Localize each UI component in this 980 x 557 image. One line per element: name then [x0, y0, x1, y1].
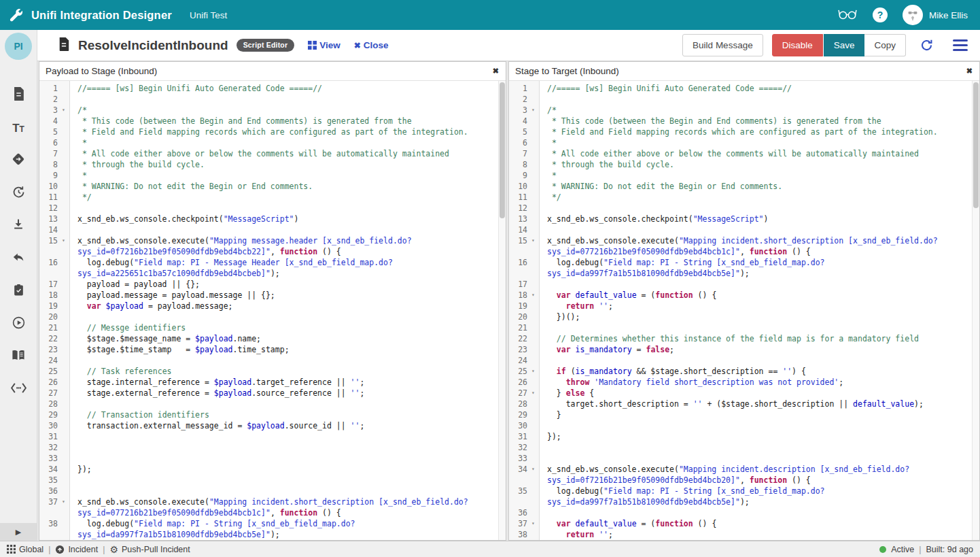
gutter-cell: 20 — [509, 311, 539, 322]
status-bar: Global | Incident | ⚙ Push-Pull Incident… — [0, 541, 980, 557]
fold-toggle-icon — [527, 257, 539, 268]
code-text — [69, 355, 506, 366]
fold-toggle-icon — [527, 475, 539, 486]
fold-toggle-icon — [527, 246, 539, 257]
code-text: * through the build cycle. — [69, 159, 506, 170]
fold-toggle-icon[interactable]: ▾ — [527, 366, 539, 377]
gutter-cell — [509, 475, 539, 486]
code-text: sys_id=077216b21be9f05090dfdb9ebd4bcb1c]… — [69, 507, 506, 518]
sidebar-item-directions[interactable] — [0, 144, 37, 177]
gutter-cell — [509, 496, 539, 507]
workspace-avatar[interactable]: PI — [5, 33, 32, 60]
fold-toggle-icon — [58, 388, 69, 399]
code-row: 37▾x_snd_eb.ws_console.execute("Mapping … — [39, 496, 506, 507]
code-text — [539, 442, 979, 453]
sidebar-item-book[interactable] — [0, 340, 37, 373]
fold-toggle-icon — [58, 399, 69, 409]
line-number: 2 — [40, 94, 58, 105]
code-text — [539, 507, 979, 518]
refresh-icon[interactable] — [920, 38, 934, 52]
gutter-cell: 35 — [509, 486, 539, 496]
gutter-cell: 13 — [39, 214, 69, 224]
panel-close-icon[interactable]: ✖ — [493, 67, 506, 75]
panel-payload-to-stage: Payload to Stage (Inbound) ✖ 1//===== [w… — [39, 61, 506, 541]
fold-toggle-icon[interactable]: ▾ — [58, 235, 69, 246]
scrollbar-thumb[interactable] — [500, 82, 505, 218]
sidebar-item-history[interactable] — [0, 177, 37, 209]
code-editor[interactable]: 1//===== [ws] Begin Unifi Auto Generated… — [39, 81, 506, 540]
code-row: 25▾ if (is_mandatory && $stage.short_des… — [509, 366, 979, 377]
glasses-icon[interactable] — [837, 7, 858, 23]
fold-toggle-icon — [527, 442, 539, 453]
separator: | — [48, 545, 50, 554]
sidebar-item-download[interactable] — [0, 209, 37, 242]
user-menu[interactable]: Mike Ellis — [903, 5, 968, 25]
view-button[interactable]: View — [308, 40, 340, 50]
close-button[interactable]: ✖ Close — [354, 40, 389, 50]
scrollbar[interactable] — [498, 81, 506, 540]
line-number: 15 — [510, 235, 527, 246]
code-text: $stage.$message_name = $payload.name; — [69, 333, 506, 344]
fold-toggle-icon[interactable]: ▾ — [527, 235, 539, 246]
fold-toggle-icon[interactable]: ▾ — [527, 518, 539, 529]
sidebar-item-code[interactable] — [0, 373, 37, 405]
save-button[interactable]: Save — [824, 34, 865, 56]
line-number: 5 — [510, 126, 527, 137]
fold-toggle-icon[interactable]: ▾ — [527, 105, 539, 116]
line-number — [510, 268, 527, 279]
gutter-cell: 37▾ — [509, 518, 539, 529]
line-number: 10 — [40, 181, 58, 192]
gutter-cell: 1 — [509, 83, 539, 94]
code-text — [69, 453, 506, 464]
line-number: 10 — [510, 181, 527, 192]
sidebar-item-text-format[interactable]: TT — [0, 112, 37, 144]
line-number: 36 — [510, 507, 527, 518]
fold-toggle-icon — [58, 431, 69, 442]
help-icon[interactable]: ? — [873, 7, 888, 22]
code-text: * This code (between the Begin and End c… — [69, 116, 506, 126]
app-link[interactable]: Incident — [55, 545, 98, 554]
sidebar-item-undo[interactable] — [0, 242, 37, 275]
panel-close-icon[interactable]: ✖ — [966, 67, 979, 75]
code-row: 33 — [509, 453, 979, 464]
fold-toggle-icon — [527, 486, 539, 496]
sidebar-item-tasks[interactable] — [0, 275, 37, 307]
line-number: 17 — [510, 279, 527, 290]
line-number: 11 — [40, 192, 58, 203]
line-number: 18 — [40, 290, 58, 301]
gutter-cell: 32 — [509, 442, 539, 453]
sidebar-item-document[interactable] — [0, 79, 37, 112]
fold-toggle-icon[interactable]: ▾ — [527, 388, 539, 399]
gutter-cell: 30 — [509, 420, 539, 431]
code-text: * All code either above or below the com… — [539, 148, 979, 159]
disable-button[interactable]: Disable — [772, 34, 823, 56]
code-text: sys_id=0f7216b21be9f05090dfdb9ebd4bcb22]… — [69, 246, 506, 257]
code-row: 30 transaction.external_message_id = $pa… — [39, 420, 506, 431]
integration-link[interactable]: ⚙ Push-Pull Incident — [109, 545, 190, 554]
copy-button[interactable]: Copy — [864, 34, 906, 56]
line-number: 7 — [510, 148, 527, 159]
scope-link[interactable]: Global — [7, 545, 43, 554]
sidebar-expand-button[interactable]: ▶ — [0, 523, 37, 541]
menu-icon[interactable] — [951, 38, 969, 52]
sidebar-item-play[interactable] — [0, 307, 37, 340]
gutter-cell — [39, 507, 69, 518]
incident-app-icon — [55, 545, 65, 554]
fold-toggle-icon[interactable]: ▾ — [58, 496, 69, 507]
fold-toggle-icon[interactable]: ▾ — [527, 464, 539, 475]
gutter-cell: 18 — [39, 290, 69, 301]
code-text — [539, 322, 979, 333]
line-number: 24 — [510, 355, 527, 366]
fold-toggle-icon[interactable]: ▾ — [527, 290, 539, 301]
code-row: 36 — [39, 486, 506, 496]
scrollbar[interactable] — [972, 81, 979, 540]
code-editor[interactable]: 1//===== [ws] Begin Unifi Auto Generated… — [509, 81, 979, 540]
line-number: 20 — [40, 311, 58, 322]
app-window: Unifi Integration Designer Unifi Test ? … — [0, 0, 980, 557]
scrollbar-thumb[interactable] — [973, 82, 979, 208]
line-number: 9 — [510, 170, 527, 181]
fold-toggle-icon[interactable]: ▾ — [58, 105, 69, 116]
code-text: var default_value = (function () { — [539, 518, 979, 529]
build-message-button[interactable]: Build Message — [682, 34, 763, 56]
gutter-cell: 5 — [39, 126, 69, 137]
